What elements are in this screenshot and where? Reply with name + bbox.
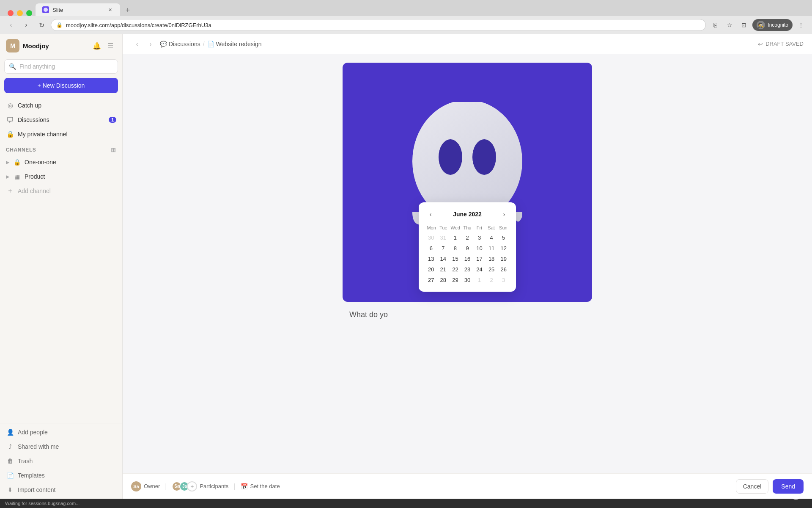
- active-tab[interactable]: Slite ✕: [36, 3, 120, 16]
- sidebar-search[interactable]: 🔍 Find anything: [4, 59, 118, 74]
- tab-close-button[interactable]: ✕: [107, 6, 113, 13]
- nav-forward-button[interactable]: ›: [145, 38, 156, 50]
- cal-day-30-prev[interactable]: 30: [425, 233, 437, 243]
- cal-day-24[interactable]: 24: [474, 265, 485, 274]
- add-channel-icon[interactable]: ⊞: [111, 146, 116, 153]
- bar-separator: |: [165, 483, 167, 490]
- main-body: What do yo ‹ June 2022 › Mon Tue Wed Thu: [123, 54, 812, 499]
- cal-day-16[interactable]: 16: [462, 254, 473, 264]
- address-bar[interactable]: 🔒 moodjoy.slite.com/app/discussions/crea…: [51, 19, 706, 31]
- minimize-window-button[interactable]: [17, 10, 23, 16]
- cal-day-23[interactable]: 23: [462, 265, 473, 274]
- cal-day-3-next[interactable]: 3: [498, 275, 509, 285]
- cal-day-14[interactable]: 14: [438, 254, 449, 264]
- cancel-button[interactable]: Cancel: [736, 479, 769, 494]
- bugsnag-bar: Waiting for sessions.bugsnag.com...: [0, 499, 812, 508]
- cal-day-11[interactable]: 11: [486, 243, 497, 253]
- cal-day-13[interactable]: 13: [425, 254, 437, 264]
- cal-day-2-next[interactable]: 2: [486, 275, 497, 285]
- cal-day-12[interactable]: 12: [498, 243, 509, 253]
- sidebar-item-one-on-one[interactable]: ▶ 🔒 One-on-one: [2, 155, 121, 169]
- cal-day-8[interactable]: 8: [450, 243, 461, 253]
- new-discussion-button[interactable]: + New Discussion: [4, 78, 118, 93]
- workspace-name: Moodjoy: [23, 42, 88, 50]
- calendar-next-button[interactable]: ›: [499, 209, 509, 219]
- svg-point-0: [44, 8, 48, 12]
- cal-day-1-next[interactable]: 1: [474, 275, 485, 285]
- owner-section: Sa Owner: [131, 481, 160, 491]
- bookmark-icon[interactable]: ☆: [724, 19, 735, 31]
- product-icon: ▦: [13, 172, 21, 181]
- search-icon: 🔍: [9, 63, 16, 70]
- sidebar-item-import[interactable]: ⬇ Import content: [2, 483, 121, 497]
- cal-day-18[interactable]: 18: [486, 254, 497, 264]
- cal-day-6[interactable]: 6: [425, 243, 437, 253]
- cal-day-28[interactable]: 28: [438, 275, 449, 285]
- new-tab-button[interactable]: +: [122, 4, 134, 16]
- cal-day-15[interactable]: 15: [450, 254, 461, 264]
- sidebar-bottom: 👤 Add people ⤴ Shared with me 🗑 Trash 📄 …: [0, 423, 122, 499]
- cal-day-2[interactable]: 2: [462, 233, 473, 243]
- set-date-section[interactable]: 📅 Set the date: [241, 483, 280, 490]
- cal-day-21[interactable]: 21: [438, 265, 449, 274]
- cal-day-20[interactable]: 20: [425, 265, 437, 274]
- sidebar-item-catch-up[interactable]: ◎ Catch up: [2, 98, 121, 113]
- sidebar-item-private-channel[interactable]: 🔒 My private channel: [2, 127, 121, 141]
- notifications-icon[interactable]: 🔔: [91, 40, 103, 52]
- calendar-prev-button[interactable]: ‹: [425, 209, 436, 219]
- add-participant-button[interactable]: +: [187, 481, 197, 491]
- sidebar-item-trash[interactable]: 🗑 Trash: [2, 454, 121, 468]
- bar-separator-2: |: [233, 483, 235, 490]
- breadcrumb-page[interactable]: 📄 Website redesign: [207, 41, 262, 47]
- sidebar-item-product[interactable]: ▶ ▦ Product: [2, 169, 121, 184]
- cal-day-10[interactable]: 10: [474, 243, 485, 253]
- menu-icon[interactable]: ⋮: [795, 19, 807, 31]
- discussions-breadcrumb-icon: 💬: [160, 41, 167, 47]
- cal-day-9[interactable]: 9: [462, 243, 473, 253]
- add-channel-item[interactable]: + Add channel: [2, 184, 121, 198]
- cal-day-22[interactable]: 22: [450, 265, 461, 274]
- cal-day-26[interactable]: 26: [498, 265, 509, 274]
- templates-label: Templates: [18, 472, 45, 479]
- sidebar-item-add-people[interactable]: 👤 Add people: [2, 425, 121, 439]
- cal-day-3[interactable]: 3: [474, 233, 485, 243]
- cal-day-7[interactable]: 7: [438, 243, 449, 253]
- nav-back-button[interactable]: ‹: [131, 38, 143, 50]
- shared-icon: ⤴: [6, 442, 14, 451]
- cal-day-19[interactable]: 19: [498, 254, 509, 264]
- browser-chrome: Slite ✕ + ‹ › ↻ 🔒 moodjoy.slite.com/app/…: [0, 0, 812, 34]
- cal-day-17[interactable]: 17: [474, 254, 485, 264]
- cal-day-25[interactable]: 25: [486, 265, 497, 274]
- breadcrumb: 💬 Discussions / 📄 Website redesign: [160, 41, 262, 47]
- cast-icon[interactable]: ⎘: [709, 19, 721, 31]
- cal-day-29[interactable]: 29: [450, 275, 461, 285]
- maximize-window-button[interactable]: [26, 10, 32, 16]
- sidebar-item-shared-with-me[interactable]: ⤴ Shared with me: [2, 439, 121, 454]
- tab-favicon: [42, 6, 49, 13]
- dow-mon: Mon: [425, 224, 437, 231]
- forward-button[interactable]: ›: [20, 19, 32, 31]
- sidebar-item-discussions[interactable]: Discussions 1: [2, 113, 121, 127]
- dow-tue: Tue: [437, 224, 449, 231]
- sidebar-item-templates[interactable]: 📄 Templates: [2, 468, 121, 483]
- reload-button[interactable]: ↻: [36, 19, 47, 31]
- layout-icon[interactable]: ☰: [104, 40, 116, 52]
- add-people-label: Add people: [18, 429, 48, 436]
- discussions-badge: 1: [109, 117, 116, 123]
- send-button[interactable]: Send: [773, 479, 804, 494]
- cal-day-31-prev[interactable]: 31: [438, 233, 449, 243]
- incognito-button[interactable]: 🕵 Incognito: [752, 19, 793, 31]
- add-people-icon: 👤: [6, 428, 14, 436]
- cal-day-27[interactable]: 27: [425, 275, 437, 285]
- cal-day-4[interactable]: 4: [486, 233, 497, 243]
- back-button[interactable]: ‹: [5, 19, 17, 31]
- cal-day-30[interactable]: 30: [462, 275, 473, 285]
- cal-day-1[interactable]: 1: [450, 233, 461, 243]
- url-text: moodjoy.slite.com/app/discussions/create…: [66, 22, 211, 28]
- close-window-button[interactable]: [8, 10, 14, 16]
- breadcrumb-discussions[interactable]: 💬 Discussions: [160, 41, 200, 47]
- cal-day-5[interactable]: 5: [498, 233, 509, 243]
- profile-icon[interactable]: ⊡: [738, 19, 750, 31]
- one-on-one-label: One-on-one: [25, 159, 116, 166]
- draft-saved-icon: ↩: [758, 41, 763, 47]
